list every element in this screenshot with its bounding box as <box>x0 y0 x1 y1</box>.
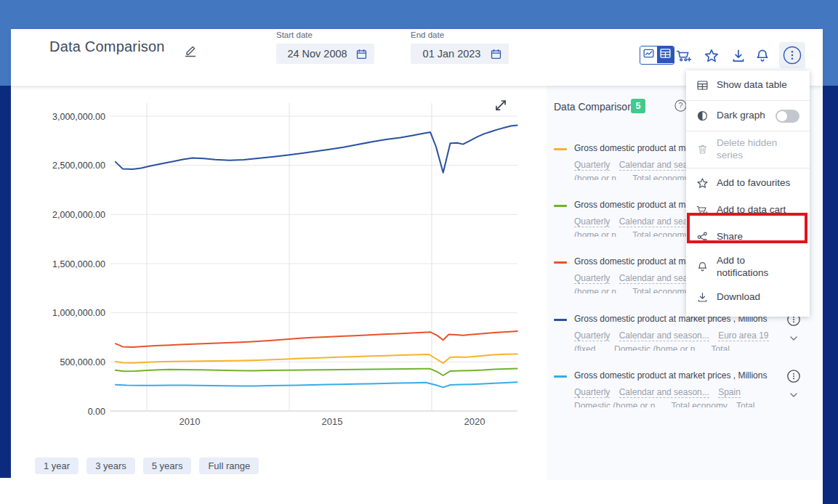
series-list-item[interactable]: Gross domestic product at market prices … <box>547 314 823 366</box>
edit-title-button[interactable] <box>183 44 198 58</box>
menu-item-download[interactable]: Download <box>686 284 810 311</box>
svg-text:2,500,000.00: 2,500,000.00 <box>52 160 105 171</box>
svg-text:1,000,000.00: 1,000,000.00 <box>52 308 105 318</box>
series-tag[interactable]: Calendar and season... <box>619 387 709 398</box>
notifications-button[interactable] <box>754 48 770 64</box>
dark-graph-toggle[interactable] <box>775 110 799 123</box>
panel-title: Data Comparison <box>554 101 633 113</box>
range-buttons: 1 year3 years5 yearsFull range <box>35 458 259 474</box>
series-tags: Quarterly Calendar and season... Spain D… <box>574 386 769 407</box>
bell-icon <box>696 261 709 273</box>
frame-left-lower <box>0 86 11 478</box>
series-tag[interactable]: Total economy <box>632 174 688 180</box>
series-color-swatch <box>554 261 567 264</box>
series-tag[interactable]: Domestic (home or n... <box>614 344 702 351</box>
page-title: Data Comparison <box>49 38 165 55</box>
chevron-down-icon[interactable] <box>788 389 799 401</box>
menu-item-label: Add to data cart <box>717 204 786 216</box>
top-bar <box>0 0 838 29</box>
menu-item-label: Share <box>717 231 743 243</box>
menu-item-label: Show data table <box>717 79 787 92</box>
menu-item-label: Add to notifications <box>717 255 799 280</box>
star-icon <box>696 177 709 190</box>
svg-text:0.00: 0.00 <box>88 407 105 417</box>
chart-line-icon <box>642 47 655 62</box>
trash-icon <box>696 143 709 155</box>
cart-plus-icon <box>676 55 692 66</box>
end-date-value: 01 Jan 2023 <box>411 48 490 60</box>
series-tag[interactable]: Total economy <box>672 401 728 407</box>
range-button-full-range[interactable]: Full range <box>199 458 259 474</box>
start-date-group: Start date 24 Nov 2008 <box>276 29 374 64</box>
svg-text:2010: 2010 <box>180 416 201 427</box>
pencil-icon <box>183 49 198 60</box>
series-color-swatch <box>554 205 567 207</box>
more-options-menu: Show data tableDark graphDelete hidden s… <box>686 70 810 317</box>
favourites-button[interactable] <box>704 48 720 64</box>
download-icon <box>730 55 746 66</box>
menu-item-show-data-table[interactable]: Show data table <box>686 72 810 99</box>
menu-item-share[interactable]: Share <box>686 224 810 251</box>
series-tag[interactable]: Domestic (home or n... <box>574 401 662 407</box>
svg-text:3,000,000.00: 3,000,000.00 <box>52 112 105 122</box>
expand-chart-button[interactable] <box>493 97 509 113</box>
series-tag[interactable]: Spain <box>718 387 741 398</box>
kebab-circle-icon <box>779 45 805 65</box>
range-button-3-years[interactable]: 3 years <box>86 458 135 474</box>
series-count-badge: 5 <box>631 99 645 113</box>
table-view-button[interactable] <box>657 46 674 63</box>
start-date-value: 24 Nov 2008 <box>276 48 355 60</box>
menu-item-add-to-notifications[interactable]: Add to notifications <box>686 251 810 284</box>
chart-view-button[interactable] <box>640 46 657 63</box>
series-tag[interactable]: Total economy <box>632 230 688 237</box>
series-tag[interactable]: Quarterly <box>574 160 610 171</box>
download-button[interactable] <box>730 48 746 64</box>
start-date-label: Start date <box>276 31 374 39</box>
menu-item-dark-graph[interactable]: Dark graph <box>686 102 810 129</box>
menu-item-label: Download <box>717 291 760 304</box>
start-date-input[interactable]: 24 Nov 2008 <box>276 44 374 64</box>
cart-plus-icon <box>696 204 709 216</box>
series-color-swatch <box>554 319 567 321</box>
table-icon <box>659 47 672 62</box>
series-color-swatch <box>554 148 567 150</box>
calendar-icon[interactable] <box>490 48 502 60</box>
chevron-down-icon[interactable] <box>788 333 799 344</box>
menu-item-label: Dark graph <box>717 110 765 122</box>
svg-text:2,000,000.00: 2,000,000.00 <box>52 210 105 220</box>
series-tag[interactable]: Quarterly <box>574 387 610 398</box>
svg-text:?: ? <box>679 102 683 110</box>
range-button-5-years[interactable]: 5 years <box>143 458 192 474</box>
view-toggle[interactable] <box>640 46 674 65</box>
series-tag[interactable]: Quarterly <box>574 330 610 341</box>
series-title: Gross domestic product at market prices … <box>574 370 773 381</box>
calendar-icon[interactable] <box>355 48 368 60</box>
menu-item-add-to-data-cart[interactable]: Add to data cart <box>686 197 810 224</box>
range-button-1-year[interactable]: 1 year <box>35 458 78 474</box>
menu-item-delete-hidden-series: Delete hidden series <box>686 133 810 166</box>
series-list-item[interactable]: Gross domestic product at market prices … <box>547 370 823 423</box>
menu-item-add-to-favourites[interactable]: Add to favourites <box>686 170 810 197</box>
more-options-button[interactable] <box>779 42 805 68</box>
add-to-cart-button[interactable] <box>676 48 692 64</box>
frame-right-lower <box>823 86 838 504</box>
end-date-input[interactable]: 01 Jan 2023 <box>411 44 509 64</box>
frame-left <box>0 29 11 86</box>
menu-item-label: Delete hidden series <box>717 137 799 162</box>
table-icon <box>696 79 709 92</box>
gdp-line-chart[interactable]: 3,000,000.002,500,000.002,000,000.001,50… <box>11 86 536 449</box>
svg-text:1,500,000.00: 1,500,000.00 <box>52 259 105 269</box>
share-icon <box>696 231 709 243</box>
series-tag[interactable]: Calendar and season... <box>619 330 709 341</box>
series-tag[interactable]: Quarterly <box>574 216 610 227</box>
end-date-group: End date 01 Jan 2023 <box>411 29 509 64</box>
series-tag[interactable]: Quarterly <box>574 273 610 284</box>
series-options-button[interactable] <box>786 369 801 383</box>
svg-text:2015: 2015 <box>322 416 343 427</box>
frame-right <box>823 29 838 86</box>
expand-icon <box>493 105 509 115</box>
series-color-swatch <box>554 375 567 378</box>
contrast-icon <box>696 110 709 122</box>
end-date-label: End date <box>411 31 509 39</box>
series-tag[interactable]: Total economy <box>632 287 688 293</box>
